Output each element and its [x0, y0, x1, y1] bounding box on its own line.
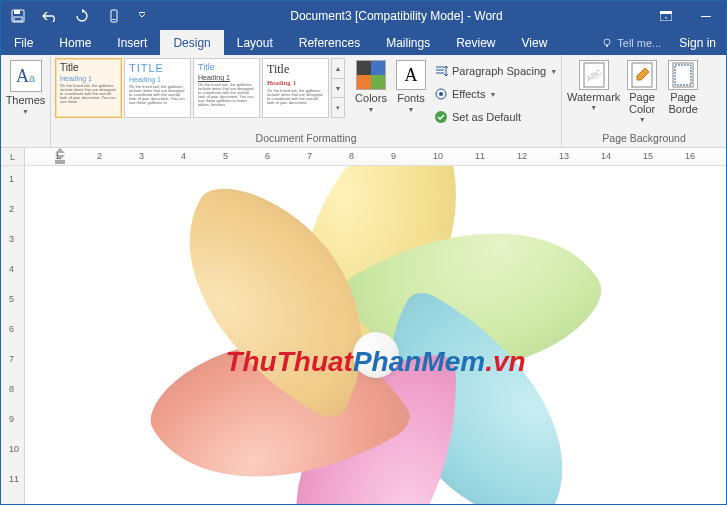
touch-mode-icon[interactable] — [105, 7, 123, 25]
ribbon-tabs: File Home Insert Design Layout Reference… — [1, 30, 726, 55]
sign-in-link[interactable]: Sign in — [669, 30, 726, 55]
style-set-gallery: Title Heading 1 On the Insert tab, the g… — [55, 58, 345, 118]
colors-button[interactable]: Colors ▼ — [351, 58, 391, 113]
svg-rect-17 — [673, 63, 693, 87]
svg-rect-3 — [111, 10, 117, 22]
ribbon-display-icon[interactable] — [646, 1, 686, 30]
gallery-scroll: ▲ ▼ ▾ — [331, 58, 345, 118]
chevron-down-icon: ▼ — [590, 104, 597, 111]
style-set-item[interactable]: TITLE Heading 1 On the Insert tab, the g… — [124, 58, 191, 118]
svg-rect-4 — [113, 19, 116, 20]
group-themes: Aa Themes ▼ — [1, 55, 51, 147]
fonts-icon: A — [396, 60, 426, 90]
undo-icon[interactable] — [41, 7, 59, 25]
group-label: Page Background — [562, 130, 726, 147]
gallery-down-button[interactable]: ▼ — [332, 79, 344, 99]
tab-insert[interactable]: Insert — [104, 30, 160, 55]
vertical-ruler[interactable]: 1234567891011 — [1, 166, 25, 504]
tab-design[interactable]: Design — [160, 30, 223, 55]
fonts-button[interactable]: A Fonts ▼ — [391, 58, 431, 113]
style-set-item[interactable]: Title Heading 1 On the Insert tab, the g… — [193, 58, 260, 118]
svg-point-9 — [604, 39, 610, 45]
tell-me-search[interactable]: Tell me... — [593, 30, 669, 55]
svg-rect-7 — [660, 11, 672, 14]
page-color-button[interactable]: Page Color ▼ — [621, 58, 663, 123]
svg-point-12 — [439, 92, 443, 96]
effects-icon — [434, 87, 448, 101]
colors-icon — [356, 60, 386, 90]
svg-rect-8 — [701, 16, 711, 17]
chevron-down-icon: ▼ — [408, 106, 415, 113]
qat-customize-icon[interactable] — [137, 7, 147, 25]
checkmark-icon — [434, 110, 448, 124]
ruler-tab-selector[interactable]: L — [1, 148, 25, 165]
tab-layout[interactable]: Layout — [224, 30, 286, 55]
gallery-up-button[interactable]: ▲ — [332, 59, 344, 79]
save-icon[interactable] — [9, 7, 27, 25]
svg-rect-2 — [14, 17, 22, 21]
tab-review[interactable]: Review — [443, 30, 508, 55]
set-as-default-button[interactable]: Set as Default — [434, 107, 557, 127]
chevron-down-icon: ▼ — [639, 116, 646, 123]
tab-home[interactable]: Home — [46, 30, 104, 55]
group-page-background: ABC Watermark ▼ Page Color ▼ Page Borde … — [562, 55, 726, 147]
page-borders-button[interactable]: Page Borde — [663, 58, 703, 115]
style-set-item[interactable]: Title Heading 1 On the Insert tab, the g… — [262, 58, 329, 118]
title-bar: Document3 [Compatibility Mode] - Word — [1, 1, 726, 30]
minimize-button[interactable] — [686, 1, 726, 30]
svg-rect-10 — [606, 45, 608, 47]
page-borders-icon — [668, 60, 698, 90]
svg-rect-5 — [139, 12, 145, 13]
lightbulb-icon — [601, 37, 613, 49]
tab-mailings[interactable]: Mailings — [373, 30, 443, 55]
window-title: Document3 [Compatibility Mode] - Word — [147, 9, 646, 23]
redo-icon[interactable] — [73, 7, 91, 25]
chevron-down-icon: ▼ — [368, 106, 375, 113]
document-text[interactable]: ThuThuatPhanMem.vn — [225, 346, 525, 378]
watermark-icon: ABC — [579, 60, 609, 90]
horizontal-ruler[interactable]: L 12345678910111213141516 — [1, 148, 726, 166]
chevron-down-icon: ▼ — [550, 68, 557, 75]
page-color-icon — [627, 60, 657, 90]
group-document-formatting: Title Heading 1 On the Insert tab, the g… — [51, 55, 562, 147]
tab-references[interactable]: References — [286, 30, 373, 55]
svg-rect-1 — [14, 10, 20, 14]
watermark-button[interactable]: ABC Watermark ▼ — [566, 58, 621, 111]
tab-file[interactable]: File — [1, 30, 46, 55]
effects-button[interactable]: Effects ▼ — [434, 84, 557, 104]
style-set-item[interactable]: Title Heading 1 On the Insert tab, the g… — [55, 58, 122, 118]
paragraph-spacing-icon — [434, 64, 448, 78]
themes-button[interactable]: Aa Themes ▼ — [5, 58, 46, 115]
paragraph-spacing-button[interactable]: Paragraph Spacing ▼ — [434, 61, 557, 81]
chevron-down-icon: ▼ — [489, 91, 496, 98]
ribbon: Aa Themes ▼ Title Heading 1 On the Inser… — [1, 55, 726, 148]
group-label: Document Formatting — [51, 130, 561, 147]
gallery-more-button[interactable]: ▾ — [332, 98, 344, 117]
chevron-down-icon: ▼ — [22, 108, 29, 115]
tab-view[interactable]: View — [509, 30, 561, 55]
document-page[interactable]: ThuThuatPhanMem.vn — [25, 166, 726, 504]
document-area: 1234567891011 ThuThuatPhanMem.vn — [1, 166, 726, 504]
background-image — [96, 166, 656, 504]
